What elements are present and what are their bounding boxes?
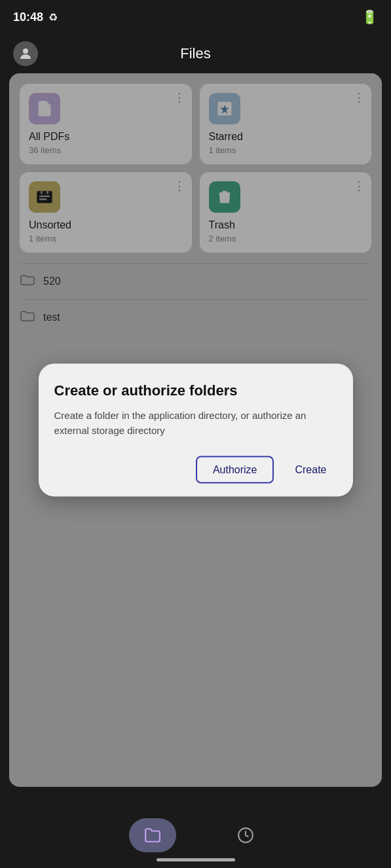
home-indicator: [157, 858, 235, 861]
bottom-nav: [0, 803, 391, 868]
dialog-message: Create a folder in the application direc…: [54, 408, 337, 438]
create-authorize-dialog: Create or authorize folders Create a fol…: [39, 364, 353, 497]
nav-files[interactable]: [129, 818, 176, 852]
svg-point-0: [23, 48, 28, 54]
page-title: Files: [180, 45, 210, 62]
app-header: Files: [0, 34, 391, 73]
status-bar: 10:48 ♻ 🔋: [0, 0, 391, 34]
authorize-button[interactable]: Authorize: [196, 456, 274, 484]
nav-history[interactable]: [229, 818, 263, 852]
battery-icon: 🔋: [362, 9, 378, 25]
avatar[interactable]: [13, 41, 38, 66]
nav-files-button[interactable]: [129, 818, 176, 852]
status-time: 10:48: [13, 10, 43, 24]
dialog-buttons: Authorize Create: [54, 456, 337, 484]
status-left: 10:48 ♻: [13, 10, 58, 24]
create-button[interactable]: Create: [284, 458, 337, 482]
sync-icon: ♻: [48, 11, 58, 24]
main-content: ⋮ All PDFs 36 items ⋮: [9, 73, 382, 787]
dialog-title: Create or authorize folders: [54, 382, 337, 399]
nav-history-button[interactable]: [229, 818, 263, 852]
